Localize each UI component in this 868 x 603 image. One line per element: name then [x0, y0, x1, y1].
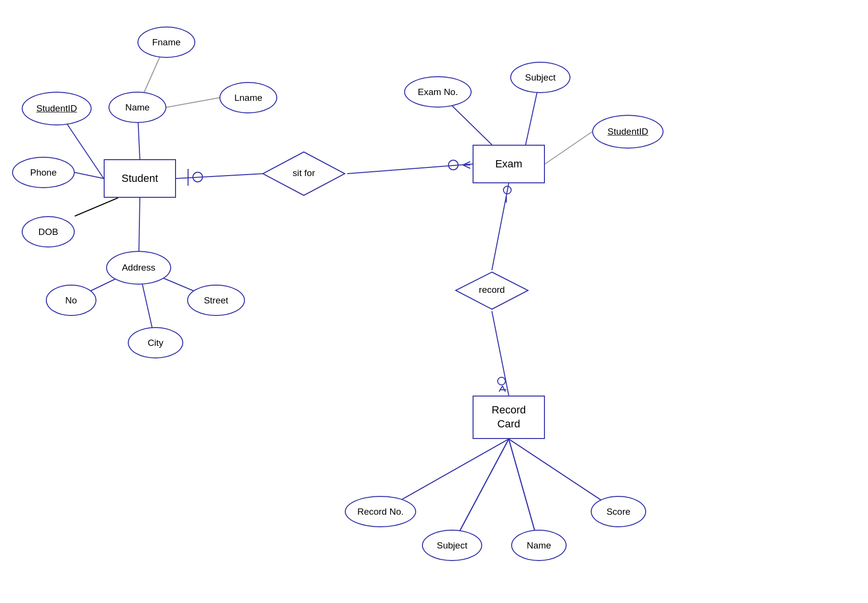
attr-city: City	[128, 327, 183, 358]
attr-examno: Exam No.	[404, 76, 472, 108]
attr-no: No	[46, 285, 96, 316]
er-diagram: Student Exam RecordCard StudentID Name F…	[0, 0, 868, 603]
attr-name: Name	[108, 92, 166, 123]
attr-studentid2: StudentID	[592, 115, 664, 149]
relationship-record: record	[453, 270, 530, 311]
entity-student: Student	[104, 159, 176, 198]
attr-recordno: Record No.	[345, 496, 416, 527]
entity-recordcard: RecordCard	[473, 396, 545, 439]
attr-fname: Fname	[137, 27, 195, 58]
attr-name2: Name	[511, 530, 567, 561]
attr-dob: DOB	[22, 216, 75, 247]
svg-text:record: record	[479, 285, 505, 295]
relationship-sitfor: sit for	[260, 150, 347, 198]
attr-studentid: StudentID	[22, 92, 92, 125]
attr-lname: Lname	[219, 82, 277, 113]
attr-subject2: Subject	[422, 530, 482, 561]
attr-score: Score	[591, 496, 646, 527]
entity-exam: Exam	[473, 145, 545, 183]
attr-street: Street	[187, 285, 245, 316]
attr-address: Address	[106, 251, 171, 285]
svg-text:sit for: sit for	[293, 168, 315, 178]
attr-subject1: Subject	[510, 62, 570, 93]
attr-phone: Phone	[12, 157, 75, 188]
